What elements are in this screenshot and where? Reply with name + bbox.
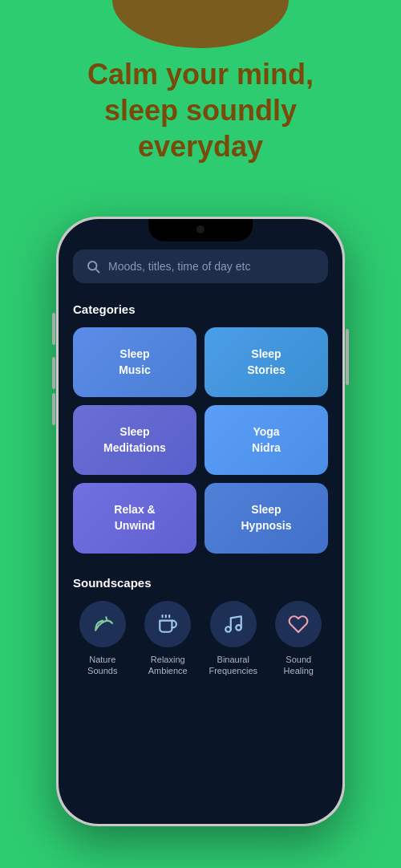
category-label-sleep-hypnosis: SleepHypnosis [241,502,291,533]
svg-point-5 [225,627,231,632]
phone-screen: Moods, titles, time of day etc Categorie… [59,219,342,824]
category-card-relax-unwind[interactable]: Relax &Unwind [73,483,196,553]
sound-healing-label: SoundHealing [284,654,314,677]
headline: Calm your mind, sleep soundly everyday [0,56,401,164]
binaural-frequencies-label: BinauralFrequencies [209,654,257,677]
svg-point-6 [236,625,241,631]
camera-dot [196,225,205,233]
soundscapes-section: Soundscapes NatureSounds [73,576,328,677]
nature-sounds-icon [79,601,126,647]
category-label-sleep-meditations: SleepMeditations [103,424,166,456]
search-icon [86,259,100,274]
relaxing-ambience-icon [144,601,191,647]
category-label-sleep-stories: SleepStories [247,347,285,378]
phone-content-area: Moods, titles, time of day etc Categorie… [59,219,342,824]
soundscapes-row: NatureSounds [73,601,328,677]
soundscape-item-binaural-frequencies[interactable]: BinauralFrequencies [205,601,261,677]
headline-text: Calm your mind, sleep soundly everyday [87,58,314,163]
soundscape-item-relaxing-ambience[interactable]: RelaxingAmbience [140,601,196,677]
phone-outer-frame: Moods, titles, time of day etc Categorie… [56,217,345,826]
sound-healing-icon [275,601,322,647]
category-card-yoga-nidra[interactable]: YogaNidra [205,405,328,475]
categories-section-title: Categories [73,302,328,316]
category-card-sleep-hypnosis[interactable]: SleepHypnosis [205,483,328,553]
category-label-sleep-music: SleepMusic [119,347,151,378]
search-placeholder-text: Moods, titles, time of day etc [108,260,250,273]
search-bar[interactable]: Moods, titles, time of day etc [73,249,328,283]
soundscape-item-nature-sounds[interactable]: NatureSounds [75,601,131,677]
category-label-yoga-nidra: YogaNidra [252,424,281,456]
soundscape-item-sound-healing[interactable]: SoundHealing [270,601,326,677]
svg-line-1 [95,269,99,272]
categories-grid: SleepMusic SleepStories SleepMeditations… [73,327,328,554]
top-arc-decoration [112,0,289,48]
phone-mockup: Moods, titles, time of day etc Categorie… [56,217,345,826]
category-card-sleep-stories[interactable]: SleepStories [205,327,328,397]
phone-notch [148,219,253,241]
soundscapes-section-title: Soundscapes [73,576,328,590]
binaural-frequencies-icon [210,601,257,647]
nature-sounds-label: NatureSounds [87,654,117,677]
category-card-sleep-music[interactable]: SleepMusic [73,327,196,397]
relaxing-ambience-label: RelaxingAmbience [148,654,188,677]
category-card-sleep-meditations[interactable]: SleepMeditations [73,405,196,475]
category-label-relax-unwind: Relax &Unwind [114,502,155,533]
